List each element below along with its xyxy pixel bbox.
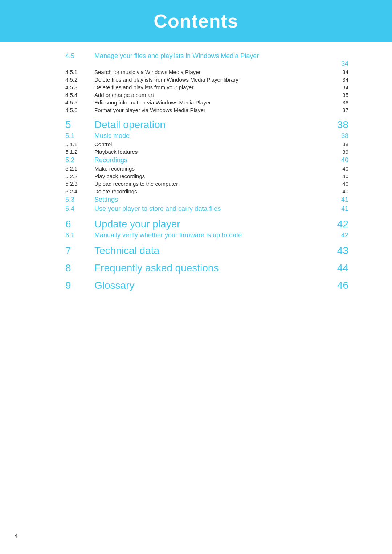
toc-num-5.2.1: 5.2.1 <box>65 165 94 172</box>
toc-text-5.2.2: Play back recordings <box>94 173 334 179</box>
toc-entry-5.1.2: 5.1.2 Playback features 39 <box>65 149 348 155</box>
toc-text-5.2.3: Upload recordings to the computer <box>94 181 334 187</box>
toc-page-5.2.3: 40 <box>334 181 348 187</box>
toc-text-6: Update your player <box>94 218 334 230</box>
toc-num-8: 8 <box>65 262 94 274</box>
toc-num-5.3: 5.3 <box>65 196 94 204</box>
toc-num-6: 6 <box>65 218 94 230</box>
toc-page-4.5.1: 34 <box>334 69 348 75</box>
toc-text-7: Technical data <box>94 245 334 257</box>
toc-page-4.5.4: 35 <box>334 92 348 98</box>
toc-page-4.5.6: 37 <box>334 107 348 113</box>
toc-text-4.5.3: Delete files and playlists from your pla… <box>94 84 334 90</box>
toc-page-8: 44 <box>334 262 348 274</box>
page-title: Contents <box>0 10 392 32</box>
toc-page-5.4: 41 <box>334 205 348 213</box>
toc-num-5.1.2: 5.1.2 <box>65 149 94 155</box>
toc-text-4.5.6: Format your player via Windows Media Pla… <box>94 107 334 113</box>
toc-entry-4.5: 4.5 Manage your files and playlists in W… <box>65 52 348 67</box>
toc-text-4.5.5: Edit song information via Windows Media … <box>94 99 334 106</box>
toc-num-5: 5 <box>65 119 94 131</box>
toc-text-9: Glossary <box>94 280 334 291</box>
toc-page-4.5: 34 <box>334 60 348 67</box>
toc-entry-5.2.1: 5.2.1 Make recordings 40 <box>65 165 348 172</box>
toc-num-5.2: 5.2 <box>65 156 94 164</box>
toc-entry-4.5.2: 4.5.2 Delete files and playlists from Wi… <box>65 77 348 83</box>
toc-num-4.5.3: 4.5.3 <box>65 84 94 90</box>
toc-num-4.5.6: 4.5.6 <box>65 107 94 113</box>
toc-num-5.1: 5.1 <box>65 132 94 140</box>
toc-num-5.1.1: 5.1.1 <box>65 141 94 147</box>
toc-entry-5.1.1: 5.1.1 Control 38 <box>65 141 348 147</box>
toc-page-5.1.2: 39 <box>334 149 348 155</box>
toc-page-6.1: 42 <box>334 231 348 239</box>
toc-page-5.1: 38 <box>334 132 348 140</box>
toc-text-4.5: Manage your files and playlists in Windo… <box>94 52 348 60</box>
toc-num-5.2.2: 5.2.2 <box>65 173 94 179</box>
toc-num-4.5.2: 4.5.2 <box>65 77 94 83</box>
toc-entry-4.5.3: 4.5.3 Delete files and playlists from yo… <box>65 84 348 90</box>
toc-page-4.5.2: 34 <box>334 77 348 83</box>
toc-text-6.1: Manually verify whether your firmware is… <box>94 231 334 239</box>
page-number: 4 <box>15 533 18 539</box>
toc-page-5: 38 <box>334 119 348 131</box>
toc-entry-5.2.3: 5.2.3 Upload recordings to the computer … <box>65 181 348 187</box>
toc-entry-6: 6 Update your player 42 <box>65 218 348 230</box>
toc-entry-5.2: 5.2 Recordings 40 <box>65 156 348 164</box>
toc-num-9: 9 <box>65 280 94 291</box>
toc-page-5.3: 41 <box>334 196 348 204</box>
toc-num-7: 7 <box>65 245 94 257</box>
toc-num-6.1: 6.1 <box>65 231 94 239</box>
toc-entry-9: 9 Glossary 46 <box>65 280 348 291</box>
toc-text-5.1.2: Playback features <box>94 149 334 155</box>
toc-page-7: 43 <box>334 245 348 257</box>
toc-num-4.5.4: 4.5.4 <box>65 92 94 98</box>
toc-text-5.2: Recordings <box>94 156 334 164</box>
toc-text-5.3: Settings <box>94 196 334 204</box>
toc-text-5.1: Music mode <box>94 132 334 140</box>
toc-text-4.5.2: Delete files and playlists from Windows … <box>94 77 334 83</box>
toc-page-6: 42 <box>334 218 348 230</box>
toc-text-4.5.1: Search for music via Windows Media Playe… <box>94 69 334 75</box>
toc-text-5.2.1: Make recordings <box>94 165 334 172</box>
toc-page-9: 46 <box>334 280 348 291</box>
toc-text-8: Frequently asked questions <box>94 262 334 274</box>
toc-entry-5.4: 5.4 Use your player to store and carry d… <box>65 205 348 213</box>
toc-text-5.2.4: Delete recordings <box>94 188 334 194</box>
toc-entry-4.5.1: 4.5.1 Search for music via Windows Media… <box>65 69 348 75</box>
toc-entry-6.1: 6.1 Manually verify whether your firmwar… <box>65 231 348 239</box>
toc-page-4.5.3: 34 <box>334 84 348 90</box>
toc-text-4.5.4: Add or change album art <box>94 92 334 98</box>
toc-entry-5.3: 5.3 Settings 41 <box>65 196 348 204</box>
toc-text-5.4: Use your player to store and carry data … <box>94 205 334 213</box>
toc-num-4.5.1: 4.5.1 <box>65 69 94 75</box>
toc-num-5.2.3: 5.2.3 <box>65 181 94 187</box>
toc-page-5.2.1: 40 <box>334 165 348 172</box>
toc-text-5: Detail operation <box>94 119 334 131</box>
toc-entry-5.2.4: 5.2.4 Delete recordings 40 <box>65 188 348 194</box>
toc-page-5.2.4: 40 <box>334 188 348 194</box>
toc-page-5.2.2: 40 <box>334 173 348 179</box>
page-header: Contents <box>0 0 392 42</box>
toc-body: 4.5 Manage your files and playlists in W… <box>0 49 392 315</box>
toc-entry-5.2.2: 5.2.2 Play back recordings 40 <box>65 173 348 179</box>
toc-text-5.1.1: Control <box>94 141 334 147</box>
toc-num-5.2.4: 5.2.4 <box>65 188 94 194</box>
toc-entry-8: 8 Frequently asked questions 44 <box>65 262 348 274</box>
toc-entry-4.5.4: 4.5.4 Add or change album art 35 <box>65 92 348 98</box>
toc-num-4.5.5: 4.5.5 <box>65 99 94 106</box>
toc-page-5.1.1: 38 <box>334 141 348 147</box>
toc-num-5.4: 5.4 <box>65 205 94 213</box>
toc-entry-4.5.5: 4.5.5 Edit song information via Windows … <box>65 99 348 106</box>
toc-page-5.2: 40 <box>334 156 348 164</box>
toc-entry-7: 7 Technical data 43 <box>65 245 348 257</box>
toc-num-4.5: 4.5 <box>65 52 94 60</box>
toc-entry-4.5.6: 4.5.6 Format your player via Windows Med… <box>65 107 348 113</box>
toc-entry-5.1: 5.1 Music mode 38 <box>65 132 348 140</box>
toc-page-4.5.5: 36 <box>334 99 348 106</box>
toc-entry-5: 5 Detail operation 38 <box>65 119 348 131</box>
